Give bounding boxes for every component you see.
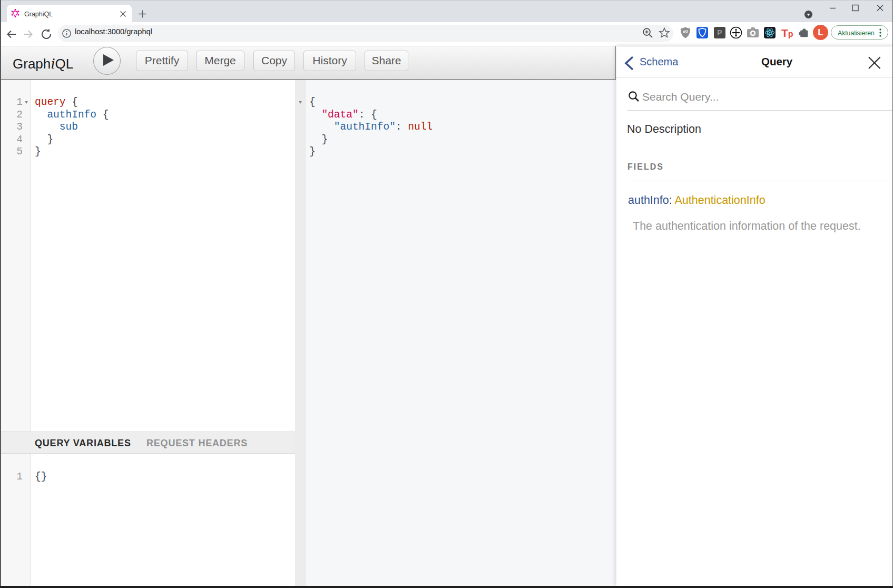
svg-text:P: P xyxy=(717,28,722,37)
svg-text:uO: uO xyxy=(683,30,688,33)
